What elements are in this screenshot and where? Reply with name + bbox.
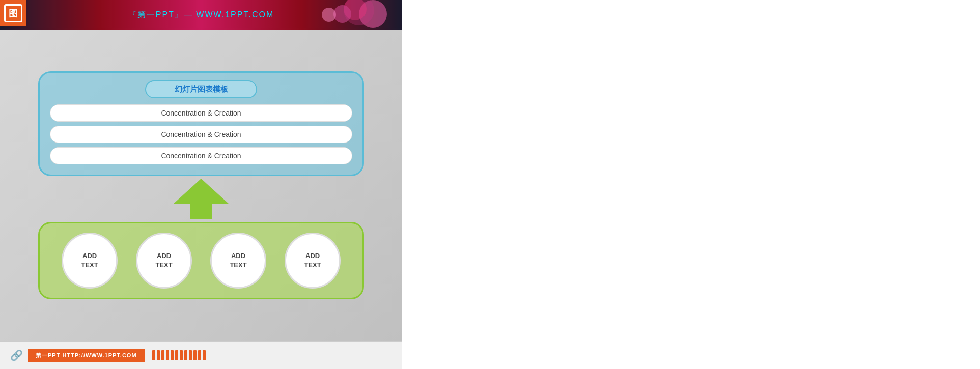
slide-content: 幻灯片图表模板 Concentration & Creation Concent… <box>0 30 402 341</box>
header-logo: 图 <box>0 0 26 26</box>
footer-link-icon: 🔗 <box>10 349 23 361</box>
circle-2-line1: ADD <box>157 251 171 261</box>
circle-1-line2: TEXT <box>81 261 98 270</box>
circle-1[interactable]: ADD TEXT <box>62 233 118 289</box>
circle-3[interactable]: ADD TEXT <box>210 233 266 289</box>
circle-4[interactable]: ADD TEXT <box>285 233 341 289</box>
row-1: Concentration & Creation <box>50 104 352 122</box>
circle-4-line2: TEXT <box>304 261 321 270</box>
logo-inner-box: 图 <box>4 4 22 22</box>
arrow-up <box>173 179 229 219</box>
circle-2[interactable]: ADD TEXT <box>136 233 192 289</box>
footer-stripes <box>152 350 206 360</box>
right-panel <box>402 0 980 369</box>
circle-4-line1: ADD <box>305 251 320 261</box>
circle-3-line2: TEXT <box>230 261 246 270</box>
row-3: Concentration & Creation <box>50 147 352 164</box>
arrow-head <box>173 179 229 204</box>
slide-panel: 图 『第一PPT』— WWW.1PPT.COM 幻灯片图表模板 Concentr… <box>0 0 402 369</box>
circle-2-line2: TEXT <box>155 261 172 270</box>
logo-symbol: 图 <box>9 7 18 19</box>
arrow-tail <box>190 204 212 219</box>
green-container: ADD TEXT ADD TEXT ADD TEXT ADD TEXT <box>38 222 364 299</box>
row-2: Concentration & Creation <box>50 126 352 143</box>
bokeh-decoration <box>300 0 392 31</box>
header-bar: 图 『第一PPT』— WWW.1PPT.COM <box>0 0 402 30</box>
circle-1-line1: ADD <box>82 251 97 261</box>
footer-text: 第一PPT HTTP://WWW.1PPT.COM <box>28 349 145 362</box>
footer-bar: 🔗 第一PPT HTTP://WWW.1PPT.COM <box>0 341 402 369</box>
header-title: 『第一PPT』— WWW.1PPT.COM <box>128 10 274 20</box>
slide-title-box: 幻灯片图表模板 <box>145 80 257 98</box>
blue-container: 幻灯片图表模板 Concentration & Creation Concent… <box>38 71 364 176</box>
circle-3-line1: ADD <box>231 251 245 261</box>
